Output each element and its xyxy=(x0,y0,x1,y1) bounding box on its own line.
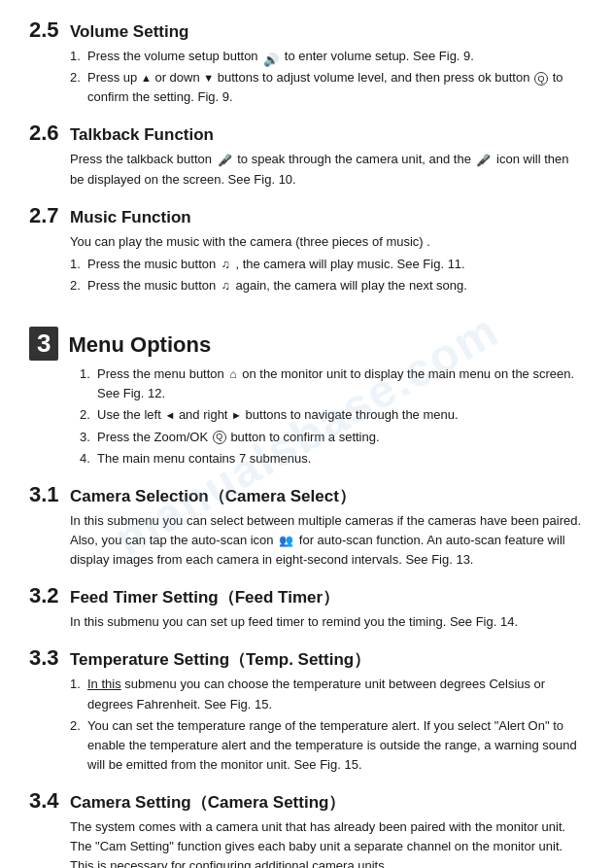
section-3-header: 3 Menu Options xyxy=(29,327,584,361)
section-3-3-body: 1. In this submenu you can choose the te… xyxy=(70,675,584,775)
section-2-6-title: Talkback Function xyxy=(70,125,214,145)
list-item: 2. You can set the temperature range of … xyxy=(70,716,584,775)
list-item: 1. In this submenu you can choose the te… xyxy=(70,675,584,713)
list-item: 3. Press the Zoom/OK Q button to confirm… xyxy=(80,428,584,447)
list-item: 1. Press the volume setup button to ente… xyxy=(70,47,584,66)
section-3-4-body: The system comes with a camera unit that… xyxy=(70,817,584,868)
up-arrow-icon: ▲ xyxy=(141,70,152,87)
list-item: 4. The main menu contains 7 submenus. xyxy=(80,449,584,469)
list-item: 2. Press the music button ♫ again, the c… xyxy=(70,276,584,295)
volume-icon xyxy=(263,51,279,63)
menu-icon: ⌂ xyxy=(229,365,236,384)
section-3-3-header: 3.3 Temperature Setting（Temp. Setting） xyxy=(29,645,584,671)
section-3-3-num: 3.3 xyxy=(29,645,60,671)
section-3-4: 3.4 Camera Setting（Camera Setting） The s… xyxy=(29,788,584,868)
section-3-num: 3 xyxy=(29,327,58,361)
section-3-2-title: Feed Timer Setting（Feed Timer） xyxy=(70,586,339,608)
section-3-body: 1. Press the menu button ⌂ on the monito… xyxy=(80,365,584,469)
spacer xyxy=(29,309,584,327)
section-2-5-num: 2.5 xyxy=(29,17,60,43)
section-3-4-title: Camera Setting（Camera Setting） xyxy=(70,791,345,814)
section-3-list: 1. Press the menu button ⌂ on the monito… xyxy=(80,365,584,469)
list-item: 2. Press up ▲ or down ▼ buttons to adjus… xyxy=(70,68,584,107)
left-arrow-icon: ◄ xyxy=(164,407,175,424)
zoom-icon: Q xyxy=(213,431,226,444)
scan-icon: 👥 xyxy=(279,532,293,550)
section-2-6-body: Press the talkback button 🎤̸ to speak th… xyxy=(70,150,584,189)
section-3-2: 3.2 Feed Timer Setting（Feed Timer） In th… xyxy=(29,583,584,632)
section-2-5-list: 1. Press the volume setup button to ente… xyxy=(70,47,584,107)
right-arrow-icon: ► xyxy=(231,407,242,424)
section-2-5-body: 1. Press the volume setup button to ente… xyxy=(70,47,584,107)
talkback-icon: 🎤̸ xyxy=(218,152,232,170)
section-2-5-title: Volume Setting xyxy=(70,22,188,42)
section-2-7-body: You can play the music with the camera (… xyxy=(70,232,584,295)
section-2-7-list: 1. Press the music button ♫ , the camera… xyxy=(70,255,584,295)
section-3-2-header: 3.2 Feed Timer Setting（Feed Timer） xyxy=(29,583,584,608)
section-3-1-header: 3.1 Camera Selection（Camera Select） xyxy=(29,482,584,507)
section-3-3-title: Temperature Setting（Temp. Setting） xyxy=(70,648,370,671)
section-3: 3 Menu Options 1. Press the menu button … xyxy=(29,327,584,469)
down-arrow-icon: ▼ xyxy=(203,70,214,87)
section-2-7-title: Music Function xyxy=(70,208,191,227)
section-3-title: Menu Options xyxy=(68,332,211,358)
section-3-1-title: Camera Selection（Camera Select） xyxy=(70,485,356,507)
list-item: 1. Press the music button ♫ , the camera… xyxy=(70,255,584,274)
section-3-3-list: 1. In this submenu you can choose the te… xyxy=(70,675,584,775)
section-3-3: 3.3 Temperature Setting（Temp. Setting） 1… xyxy=(29,645,584,775)
section-2-7-num: 2.7 xyxy=(29,203,60,228)
music-icon-1: ♫ xyxy=(221,256,230,274)
section-2-6-header: 2.6 Talkback Function xyxy=(29,121,584,146)
section-2-6-num: 2.6 xyxy=(29,121,60,146)
list-item: 1. Press the menu button ⌂ on the monito… xyxy=(80,365,584,403)
section-3-2-body: In this submenu you can set up feed time… xyxy=(70,612,584,632)
list-item: 2. Use the left ◄ and right ► buttons to… xyxy=(80,405,584,425)
section-3-1: 3.1 Camera Selection（Camera Select） In t… xyxy=(29,482,584,570)
section-3-4-num: 3.4 xyxy=(29,788,60,814)
music-icon-2: ♫ xyxy=(221,277,230,295)
section-2-6: 2.6 Talkback Function Press the talkback… xyxy=(29,121,584,189)
ok-icon: Q xyxy=(534,72,548,86)
talkback-icon-2: 🎤̸ xyxy=(476,152,491,170)
section-2-5-header: 2.5 Volume Setting xyxy=(29,17,584,43)
section-2-7-header: 2.7 Music Function xyxy=(29,203,584,228)
section-3-1-num: 3.1 xyxy=(29,482,60,507)
section-2-5: 2.5 Volume Setting 1. Press the volume s… xyxy=(29,17,584,107)
section-3-4-header: 3.4 Camera Setting（Camera Setting） xyxy=(29,788,584,814)
section-3-2-num: 3.2 xyxy=(29,583,60,608)
section-3-1-body: In this submenu you can select between m… xyxy=(70,511,584,570)
section-2-7: 2.7 Music Function You can play the musi… xyxy=(29,203,584,295)
